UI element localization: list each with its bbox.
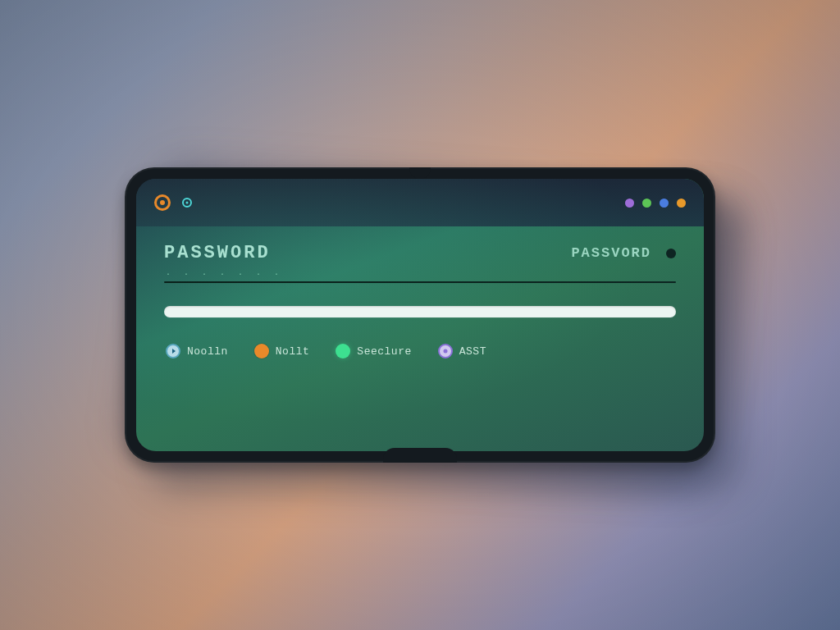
device-screen: PASSWORD PASSVORD . . . . . . . Noolln N… — [136, 179, 704, 451]
password-label-secondary: PASSVORD — [571, 245, 651, 261]
status-dot-orange[interactable] — [677, 199, 686, 208]
home-notch — [383, 448, 457, 463]
device-frame: PASSWORD PASSVORD . . . . . . . Noolln N… — [125, 167, 715, 463]
status-dot-green[interactable] — [642, 199, 651, 208]
dot-icon — [254, 344, 269, 358]
password-label-row: PASSWORD PASSVORD — [164, 243, 676, 263]
status-bar — [136, 179, 704, 226]
option-secure[interactable]: Seeclure — [336, 344, 411, 358]
password-masked-value: . . . . . . . — [166, 268, 676, 280]
mask-indicator-dot — [666, 249, 676, 258]
option-label: Seeclure — [357, 345, 411, 358]
record-icon[interactable] — [154, 194, 171, 211]
status-dot-blue[interactable] — [660, 199, 669, 208]
password-input-underline[interactable] — [164, 281, 676, 283]
option-asst[interactable]: ASST — [438, 344, 486, 358]
status-left-group — [154, 194, 192, 211]
password-strength-slider[interactable] — [164, 306, 676, 317]
play-circle-icon — [166, 344, 180, 358]
target-icon[interactable] — [182, 198, 192, 208]
content-area: PASSWORD PASSVORD . . . . . . . Noolln N… — [136, 226, 704, 358]
option-nooln[interactable]: Noolln — [166, 344, 228, 358]
option-label: Nollt — [276, 345, 310, 358]
option-label: Noolln — [187, 345, 228, 358]
status-dot-purple[interactable] — [625, 199, 634, 208]
options-row: Noolln Nollt Seeclure ASST — [164, 344, 676, 358]
password-label-primary: PASSWORD — [164, 243, 271, 263]
option-label: ASST — [459, 345, 486, 358]
dot-icon — [336, 344, 350, 358]
radio-icon — [438, 344, 453, 358]
camera-notch — [409, 167, 431, 179]
status-right-group — [625, 199, 686, 208]
option-nolt[interactable]: Nollt — [254, 344, 310, 358]
